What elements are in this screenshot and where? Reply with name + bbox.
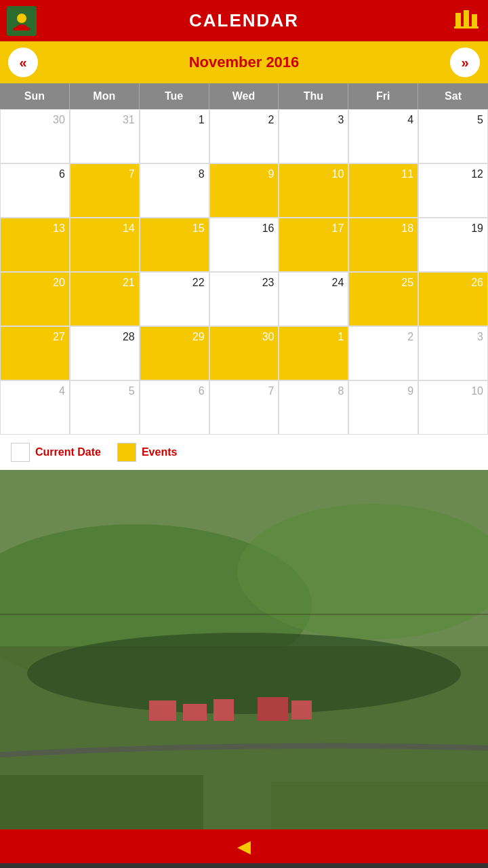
calendar-cell[interactable]: 2 — [348, 326, 418, 380]
cell-date: 4 — [349, 114, 413, 126]
calendar-cell[interactable]: 13 — [0, 218, 70, 272]
cell-date: 20 — [1, 277, 65, 289]
cell-date: 5 — [70, 385, 135, 397]
calendar-cell[interactable]: 29 — [140, 326, 209, 380]
calendar-cell[interactable]: 14 — [70, 218, 140, 272]
calendar-cell[interactable]: 4 — [348, 109, 418, 163]
svg-point-1 — [17, 14, 26, 23]
events-box — [117, 443, 136, 462]
calendar-cell[interactable]: 5 — [70, 380, 140, 435]
calendar-cell[interactable]: 9 — [348, 380, 418, 435]
next-month-button[interactable]: » — [450, 47, 480, 77]
calendar-cell[interactable]: 26 — [418, 272, 488, 326]
cell-date: 9 — [210, 168, 274, 180]
svg-rect-15 — [258, 697, 288, 721]
cell-date: 30 — [1, 114, 65, 126]
cell-date: 28 — [70, 331, 135, 343]
calendar-cell[interactable]: 11 — [348, 163, 418, 218]
calendar-cell[interactable]: 1 — [140, 109, 209, 163]
calendar-cell[interactable]: 30 — [0, 109, 70, 163]
cell-date: 9 — [349, 385, 413, 397]
calendar-nav: « November 2016 » — [0, 41, 488, 83]
calendar-cell[interactable]: 9 — [209, 163, 279, 218]
calendar-cell[interactable]: 6 — [0, 163, 70, 218]
month-title: November 2016 — [189, 54, 300, 71]
cell-date: 24 — [279, 277, 344, 289]
svg-rect-6 — [454, 26, 479, 28]
calendar-cell[interactable]: 10 — [279, 163, 348, 218]
cell-date: 5 — [419, 114, 483, 126]
cell-date: 21 — [70, 277, 135, 289]
cell-date: 6 — [1, 168, 65, 180]
calendar-cell[interactable]: 17 — [279, 218, 348, 272]
cell-date: 16 — [210, 222, 274, 235]
cell-date: 18 — [349, 222, 413, 235]
calendar-cell[interactable]: 24 — [279, 272, 348, 326]
calendar-cell[interactable]: 3 — [418, 326, 488, 380]
calendar-cell[interactable]: 15 — [140, 218, 209, 272]
cell-date: 10 — [279, 168, 344, 180]
cell-date: 30 — [210, 331, 274, 343]
calendar-cell[interactable]: 20 — [0, 272, 70, 326]
cell-date: 8 — [140, 168, 205, 180]
calendar-grid: 3031123456789101112131415161718192021222… — [0, 109, 488, 435]
svg-point-11 — [27, 633, 461, 714]
cell-date: 23 — [210, 277, 274, 289]
calendar-cell[interactable]: 18 — [348, 218, 418, 272]
calendar-cell[interactable]: 3 — [279, 109, 348, 163]
cell-date: 11 — [349, 168, 413, 180]
cell-date: 1 — [279, 331, 344, 343]
calendar-cell[interactable]: 30 — [209, 326, 279, 380]
back-icon[interactable]: ◀ — [237, 836, 251, 857]
calendar-cell[interactable]: 8 — [140, 163, 209, 218]
legend: Current Date Events — [0, 435, 488, 470]
calendar-cell[interactable]: 27 — [0, 326, 70, 380]
bottom-bar: ◀ — [0, 829, 488, 863]
day-header-sat: Sat — [418, 83, 488, 109]
cell-date: 3 — [279, 114, 344, 126]
calendar-cell[interactable]: 25 — [348, 272, 418, 326]
cell-date: 1 — [140, 114, 205, 126]
current-date-label: Current Date — [35, 446, 101, 458]
calendar-cell[interactable]: 22 — [140, 272, 209, 326]
prev-month-button[interactable]: « — [8, 47, 38, 77]
background-photo — [0, 470, 488, 829]
calendar-cell[interactable]: 10 — [418, 380, 488, 435]
calendar-cell[interactable]: 19 — [418, 218, 488, 272]
current-date-legend: Current Date — [11, 443, 101, 462]
calendar-cell[interactable]: 2 — [209, 109, 279, 163]
calendar-cell[interactable]: 4 — [0, 380, 70, 435]
buildings-icon — [454, 7, 479, 35]
svg-rect-3 — [455, 13, 461, 26]
calendar-cell[interactable]: 1 — [279, 326, 348, 380]
calendar-cell[interactable]: 7 — [70, 163, 140, 218]
calendar-cell[interactable]: 16 — [209, 218, 279, 272]
cell-date: 27 — [1, 331, 65, 343]
calendar-cell[interactable]: 28 — [70, 326, 140, 380]
calendar-cell[interactable]: 5 — [418, 109, 488, 163]
cell-date: 7 — [210, 385, 274, 397]
day-header-mon: Mon — [70, 83, 140, 109]
calendar-cell[interactable]: 8 — [279, 380, 348, 435]
cell-date: 6 — [140, 385, 205, 397]
day-header-wed: Wed — [209, 83, 279, 109]
calendar-cell[interactable]: 7 — [209, 380, 279, 435]
cell-date: 8 — [279, 385, 344, 397]
calendar-cell[interactable]: 21 — [70, 272, 140, 326]
day-header-tue: Tue — [140, 83, 209, 109]
app-header: CALENDAR — [0, 0, 488, 41]
cell-date: 31 — [70, 114, 135, 126]
cell-date: 19 — [419, 222, 483, 235]
cell-date: 17 — [279, 222, 344, 235]
current-date-box — [11, 443, 30, 462]
calendar-cell[interactable]: 6 — [140, 380, 209, 435]
cell-date: 2 — [210, 114, 274, 126]
cell-date: 29 — [140, 331, 205, 343]
svg-rect-16 — [291, 701, 312, 719]
calendar-cell[interactable]: 31 — [70, 109, 140, 163]
svg-rect-13 — [183, 704, 207, 721]
calendar-cell[interactable]: 12 — [418, 163, 488, 218]
cell-date: 7 — [70, 168, 135, 180]
cell-date: 26 — [419, 277, 483, 289]
calendar-cell[interactable]: 23 — [209, 272, 279, 326]
